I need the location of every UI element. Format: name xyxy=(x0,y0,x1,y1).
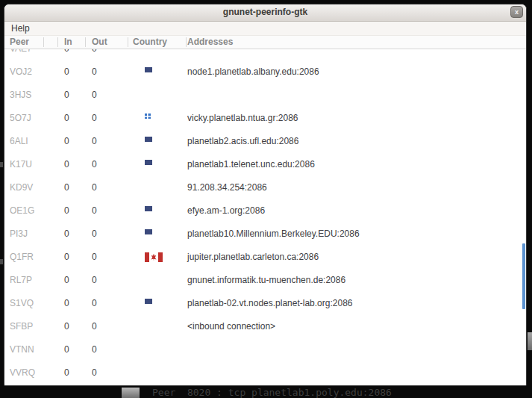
peer-id-cell: KD9V xyxy=(10,176,33,199)
peer-id-cell: 3HJS xyxy=(10,84,31,107)
peerinfo-window: gnunet-peerinfo-gtk x Help Peer In Out C… xyxy=(4,4,527,386)
column-header-out[interactable]: Out xyxy=(92,37,107,47)
peer-id-cell: VOJ2 xyxy=(10,60,32,84)
out-count-cell: 0 xyxy=(92,199,97,223)
in-count-cell: 0 xyxy=(64,269,69,292)
in-count-cell: 0 xyxy=(64,292,69,315)
peer-id-cell: PI3J xyxy=(10,223,28,246)
table-header: Peer In Out Country Addresses xyxy=(4,36,526,49)
table-row[interactable]: SFBP00<inbound connection> xyxy=(4,315,526,338)
table-row[interactable]: 6ALI00planetlab2.acis.ufl.edu:2086 xyxy=(4,130,526,153)
in-count-cell: 0 xyxy=(64,361,69,385)
background-terminal-block xyxy=(122,388,140,398)
peer-id-cell: 6ALI xyxy=(10,130,28,153)
out-count-cell: 0 xyxy=(92,60,97,84)
column-header-peer[interactable]: Peer xyxy=(10,37,29,47)
column-header-country[interactable]: Country xyxy=(133,37,167,47)
address-cell: planetlab1.telenet.unc.edu:2086 xyxy=(187,153,315,176)
column-header-addresses[interactable]: Addresses xyxy=(187,37,233,47)
background-edge-mark xyxy=(0,259,3,264)
in-count-cell: 0 xyxy=(64,176,69,199)
table-row[interactable]: PI3J00planetlab10.Millennium.Berkeley.ED… xyxy=(4,223,526,246)
out-count-cell: 0 xyxy=(92,107,97,130)
peer-id-cell: SFBP xyxy=(10,315,33,338)
in-count-cell: 0 xyxy=(64,153,69,176)
column-separator[interactable] xyxy=(43,37,44,47)
out-count-cell: 0 xyxy=(92,49,97,60)
out-count-cell: 0 xyxy=(92,269,97,292)
address-cell: gnunet.informatik.tu-muenchen.de:2086 xyxy=(187,269,345,292)
table-row[interactable]: KD9V0091.208.34.254:2086 xyxy=(4,176,526,199)
out-count-cell: 0 xyxy=(92,176,97,199)
in-count-cell: 0 xyxy=(64,107,69,130)
table-row[interactable]: K17U00planetlab1.telenet.unc.edu:2086 xyxy=(4,153,526,176)
address-cell: efye.am-1.org:2086 xyxy=(187,199,265,223)
title-bar[interactable]: gnunet-peerinfo-gtk x xyxy=(4,4,526,22)
background-scrollbar-fragment xyxy=(528,332,532,350)
menu-bar: Help xyxy=(4,22,526,36)
out-count-cell: 0 xyxy=(92,361,97,385)
peer-id-cell: VTNN xyxy=(10,338,34,361)
table-row[interactable]: VAE700 xyxy=(4,49,526,60)
out-count-cell: 0 xyxy=(92,153,97,176)
column-separator[interactable] xyxy=(186,37,187,47)
in-count-cell: 0 xyxy=(64,130,69,153)
out-count-cell: 0 xyxy=(92,338,97,361)
background-edge-mark xyxy=(0,162,3,167)
desktop-background: Peer 8020 : tcp planetlab1.poly.edu:2086… xyxy=(0,0,532,398)
address-cell: node1.planetlab.albany.edu:2086 xyxy=(187,60,319,84)
background-terminal-text: Peer 8020 : tcp planetlab1.poly.edu:2086 xyxy=(152,387,392,398)
in-count-cell: 0 xyxy=(64,199,69,223)
out-count-cell: 0 xyxy=(92,223,97,246)
peer-id-cell: VAE7 xyxy=(10,49,32,60)
in-count-cell: 0 xyxy=(64,338,69,361)
window-title: gnunet-peerinfo-gtk xyxy=(4,7,526,17)
table-row[interactable]: RL7P00gnunet.informatik.tu-muenchen.de:2… xyxy=(4,269,526,292)
in-count-cell: 0 xyxy=(64,84,69,107)
address-cell: <inbound connection> xyxy=(187,315,275,338)
column-separator[interactable] xyxy=(57,37,58,47)
table-row[interactable]: 5O7J00vicky.planetlab.ntua.gr:2086 xyxy=(4,107,526,130)
in-count-cell: 0 xyxy=(64,49,69,60)
out-count-cell: 0 xyxy=(92,292,97,315)
table-row[interactable]: Q1FR00jupiter.planetlab.carleton.ca:2086 xyxy=(4,246,526,269)
in-count-cell: 0 xyxy=(64,223,69,246)
peer-id-cell: RL7P xyxy=(10,269,32,292)
address-cell: planetlab2.acis.ufl.edu:2086 xyxy=(187,130,298,153)
address-cell: vicky.planetlab.ntua.gr:2086 xyxy=(187,107,298,130)
address-cell: jupiter.planetlab.carleton.ca:2086 xyxy=(187,246,319,269)
out-count-cell: 0 xyxy=(92,246,97,269)
out-count-cell: 0 xyxy=(92,315,97,338)
peer-id-cell: OE1G xyxy=(10,199,34,223)
column-header-in[interactable]: In xyxy=(64,37,72,47)
vertical-scrollbar-thumb[interactable] xyxy=(522,243,525,309)
peer-id-cell: Q1FR xyxy=(10,246,34,269)
column-separator[interactable] xyxy=(85,37,86,47)
address-cell: planetlab10.Millennium.Berkeley.EDU:2086 xyxy=(187,223,360,246)
table-row[interactable]: S1VQ00planetlab-02.vt.nodes.planet-lab.o… xyxy=(4,292,526,315)
in-count-cell: 0 xyxy=(64,315,69,338)
peer-id-cell: 5O7J xyxy=(10,107,31,130)
address-cell: 91.208.34.254:2086 xyxy=(187,176,267,199)
column-separator[interactable] xyxy=(128,37,128,47)
table-row[interactable]: VTNN00 xyxy=(4,338,526,361)
address-cell: planetlab-02.vt.nodes.planet-lab.org:208… xyxy=(187,292,353,315)
peer-id-cell: S1VQ xyxy=(10,292,34,315)
peer-table-body: VAE700VOJ200node1.planetlab.albany.edu:2… xyxy=(4,49,526,385)
in-count-cell: 0 xyxy=(64,246,69,269)
table-row[interactable]: VVRQ00 xyxy=(4,361,526,385)
in-count-cell: 0 xyxy=(64,60,69,84)
table-row[interactable]: VOJ200node1.planetlab.albany.edu:2086 xyxy=(4,60,526,84)
close-icon[interactable]: x xyxy=(510,6,523,18)
menu-item-help[interactable]: Help xyxy=(11,23,30,34)
out-count-cell: 0 xyxy=(92,130,97,153)
peer-id-cell: K17U xyxy=(10,153,32,176)
table-row[interactable]: 3HJS00 xyxy=(4,84,526,107)
peer-id-cell: VVRQ xyxy=(10,361,35,385)
out-count-cell: 0 xyxy=(92,84,97,107)
table-row[interactable]: OE1G00efye.am-1.org:2086 xyxy=(4,199,526,223)
